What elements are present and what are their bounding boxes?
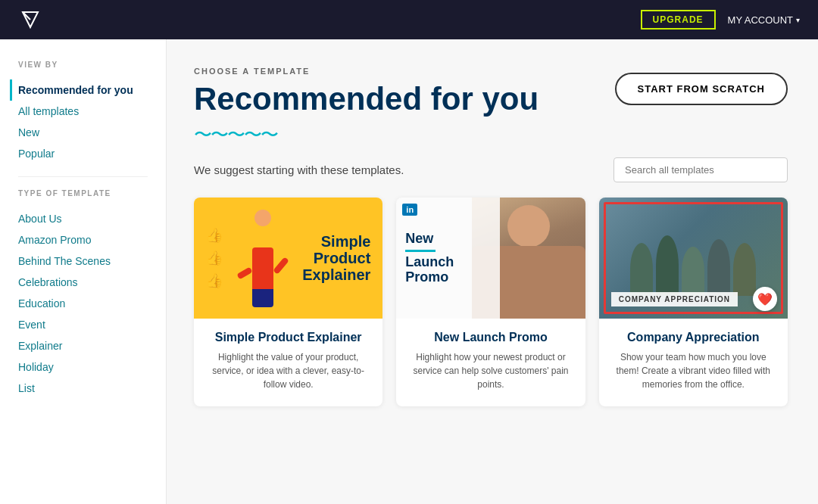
- logo[interactable]: [18, 8, 42, 32]
- content-area: CHOOSE A TEMPLATE Recommended for you ST…: [167, 39, 818, 504]
- main-layout: VIEW BY Recommended for you All template…: [0, 39, 818, 504]
- upgrade-button[interactable]: UPGRADE: [641, 10, 716, 30]
- top-navigation: UPGRADE MY ACCOUNT ▾: [0, 0, 818, 39]
- sidebar-item-amazon-promo[interactable]: Amazon Promo: [18, 229, 148, 250]
- figure-body: [252, 247, 273, 289]
- sidebar-type-section: About Us Amazon Promo Behind The Scenes …: [18, 208, 148, 399]
- card-title-1: Simple Product Explainer: [208, 331, 369, 344]
- thumb2-title: New Launch Promo: [405, 232, 491, 285]
- sidebar-item-list[interactable]: List: [18, 378, 148, 399]
- template-card-new-launch-promo[interactable]: in New Launch Promo New Launch Promo Hig…: [396, 198, 585, 406]
- subtitle-row: We suggest starting with these templates…: [194, 157, 788, 182]
- sidebar-item-event[interactable]: Event: [18, 314, 148, 335]
- nav-right: UPGRADE MY ACCOUNT ▾: [641, 10, 800, 30]
- thumb1-big-text: SimpleProductExplainer: [302, 233, 370, 283]
- sidebar-item-all[interactable]: All templates: [18, 101, 148, 122]
- sidebar-item-popular[interactable]: Popular: [18, 143, 148, 164]
- wave-decoration: 〜〜〜〜〜: [194, 123, 788, 147]
- thumb1-thumbs: 👍 👍 👍: [206, 227, 223, 289]
- cards-grid: 👍 👍 👍: [194, 198, 788, 406]
- sidebar-item-new[interactable]: New: [18, 122, 148, 143]
- card-body-1: Simple Product Explainer Highlight the v…: [194, 319, 382, 406]
- thumb2-face: [507, 205, 550, 247]
- thumbs-up-icon-3: 👍: [206, 272, 223, 289]
- card-desc-2: Highlight how your newest product or ser…: [410, 350, 571, 391]
- template-card-company-appreciation[interactable]: COMPANY APPRECIATION ❤️ Company Apprecia…: [599, 198, 788, 406]
- sidebar: VIEW BY Recommended for you All template…: [0, 39, 167, 504]
- my-account-menu[interactable]: MY ACCOUNT ▾: [728, 14, 800, 26]
- thumb2-title-line3: Promo: [405, 269, 448, 285]
- page-title: Recommended for you: [194, 82, 539, 117]
- chevron-down-icon: ▾: [796, 16, 800, 24]
- thumb2-title-line1: New: [405, 231, 433, 246]
- sidebar-item-education[interactable]: Education: [18, 293, 148, 314]
- sidebar-item-about-us[interactable]: About Us: [18, 208, 148, 229]
- figure-legs: [252, 289, 273, 307]
- type-label: TYPE OF TEMPLATE: [18, 189, 148, 198]
- thumb2-accent-line: [405, 250, 436, 252]
- thumb2-overlay: in New Launch Promo: [396, 198, 500, 319]
- thumbs-up-icon-1: 👍: [206, 227, 223, 244]
- header-left: CHOOSE A TEMPLATE Recommended for you: [194, 67, 539, 117]
- sidebar-divider: [18, 176, 148, 177]
- card-thumbnail-2: in New Launch Promo: [396, 198, 585, 319]
- start-from-scratch-button[interactable]: START FROM SCRATCH: [615, 73, 788, 105]
- card-thumbnail-1: 👍 👍 👍: [194, 198, 382, 319]
- sidebar-item-recommended[interactable]: Recommended for you: [10, 79, 148, 101]
- card-body-3: Company Appreciation Show your team how …: [599, 319, 788, 406]
- card-desc-1: Highlight the value of your product, ser…: [208, 350, 369, 391]
- card-title-2: New Launch Promo: [410, 331, 571, 344]
- search-input[interactable]: [614, 157, 788, 182]
- sidebar-item-holiday[interactable]: Holiday: [18, 356, 148, 378]
- card-title-3: Company Appreciation: [613, 331, 774, 344]
- card-body-2: New Launch Promo Highlight how your newe…: [396, 319, 585, 406]
- figure-arm-left: [236, 267, 252, 280]
- view-by-label: VIEW BY: [18, 61, 148, 69]
- thumb3-label: COMPANY APPRECIATION: [611, 292, 738, 306]
- figure-arm-right: [273, 257, 289, 275]
- thumbs-up-icon-2: 👍: [206, 250, 223, 266]
- figure-head: [254, 210, 271, 226]
- thumb3-heart-icon: ❤️: [753, 287, 777, 311]
- thumb1-content: 👍 👍 👍: [194, 198, 382, 319]
- choose-label: CHOOSE A TEMPLATE: [194, 67, 539, 76]
- subtitle-text: We suggest starting with these templates…: [194, 163, 404, 176]
- thumb3-inner: COMPANY APPRECIATION ❤️: [599, 198, 788, 319]
- sidebar-item-explainer[interactable]: Explainer: [18, 335, 148, 356]
- my-account-label: MY ACCOUNT: [728, 14, 793, 26]
- card-desc-3: Show your team how much you love them! C…: [613, 350, 774, 391]
- thumb1-text: SimpleProductExplainer: [302, 233, 370, 283]
- thumb1-figure: [236, 213, 289, 303]
- template-card-simple-product-explainer[interactable]: 👍 👍 👍: [194, 198, 382, 406]
- card-thumbnail-3: COMPANY APPRECIATION ❤️: [599, 198, 788, 319]
- content-header: CHOOSE A TEMPLATE Recommended for you ST…: [194, 67, 788, 117]
- linkedin-badge: in: [402, 204, 417, 216]
- sidebar-item-behind-scenes[interactable]: Behind The Scenes: [18, 250, 148, 272]
- sidebar-item-celebrations[interactable]: Celebrations: [18, 272, 148, 293]
- thumb2-title-line2: Launch: [405, 254, 454, 269]
- thumb2-bg: in New Launch Promo: [396, 198, 585, 319]
